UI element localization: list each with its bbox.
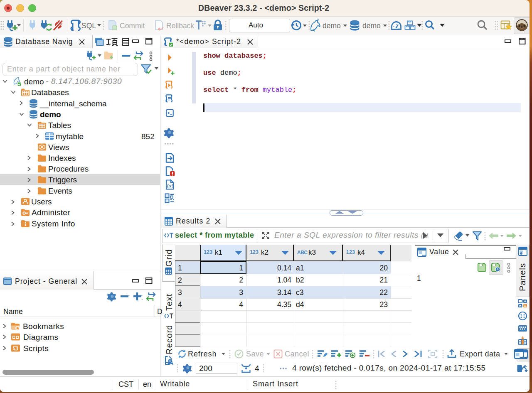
svg-text:{x}: {x} <box>167 184 174 189</box>
